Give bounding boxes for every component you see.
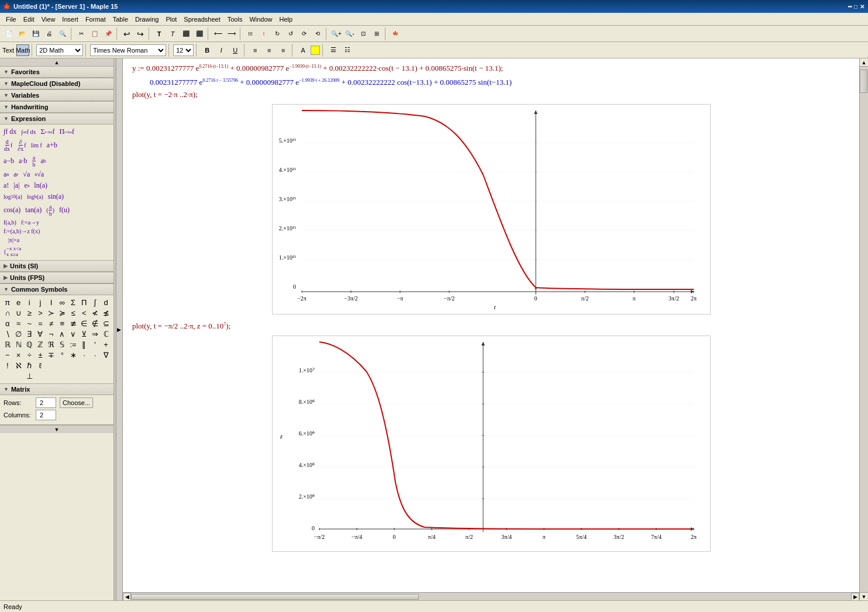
sym-succeq[interactable]: ≽ [57,308,68,318]
expression-header[interactable]: Expression [0,113,113,125]
sym-times[interactable]: × [13,350,24,360]
sym-i[interactable]: i [24,298,35,307]
underline-btn[interactable]: U [229,44,242,56]
arrow-left-btn[interactable]: ⟵ [212,27,225,40]
sym-Pi[interactable]: Π [79,298,89,307]
menu-table[interactable]: Table [109,15,132,24]
sym-Q[interactable]: ℚ [24,340,35,350]
sym-hbar[interactable]: ℏ [24,361,35,371]
expr-def-integral[interactable]: ∫abf dx [21,129,36,135]
sym-e[interactable]: e [13,298,24,307]
expr-power[interactable]: ab [40,157,46,165]
size-select[interactable]: 12 10 14 16 [173,44,194,56]
redo-btn[interactable]: ↪ [134,27,147,40]
v-scroll-down[interactable]: ▼ [860,592,869,600]
expr-assign[interactable]: f:=a→y [21,219,39,226]
sym-prime[interactable]: ' [90,340,101,350]
sym-inf[interactable]: ∞ [57,298,68,307]
text-btn[interactable]: T [153,27,166,40]
expr-func-u[interactable]: f(u) [59,206,70,215]
menu-drawing[interactable]: Drawing [132,15,162,24]
maximize-btn[interactable]: □ [854,4,857,10]
sym-norm[interactable]: ‖ [79,340,89,350]
scroll-right-btn[interactable]: ▶ [851,593,859,601]
align-left-btn[interactable]: ⬛ [180,27,192,40]
favorites-header[interactable]: Favorites [0,67,113,78]
sym-I[interactable]: I [46,298,57,307]
maplecloud-header[interactable]: MapleCloud (Disabled) [0,78,113,89]
expr-logb[interactable]: logb(a) [27,193,43,200]
sym-nequiv[interactable]: ≢ [68,319,78,329]
menu-edit[interactable]: Edit [20,15,38,24]
save-btn[interactable]: 💾 [29,27,42,40]
matrix-header[interactable]: Matrix [0,384,113,395]
expr-nthroot[interactable]: n√a [35,170,44,179]
h-scroll-track[interactable] [131,594,851,600]
sym-implies[interactable]: ⇒ [90,329,101,339]
sym-plus[interactable]: + [101,340,111,350]
sym-or[interactable]: ∨ [68,329,78,339]
expr-abs[interactable]: |a| [13,181,19,190]
sym-degree[interactable]: ° [57,350,68,360]
sym-dot[interactable]: · [90,350,101,360]
sym-perp[interactable]: ⊥ [24,371,35,381]
bullet-list-btn[interactable]: ☰ [327,44,340,56]
sym-C[interactable]: ℂ [101,329,111,339]
expr-piecewise[interactable]: {−x x<ax x≥a [4,246,21,257]
h-scrollbar[interactable]: ◀ ▶ [123,592,859,600]
maple-input-2[interactable]: plot(y, t = −2·π ..2·π); [132,90,850,99]
handwriting-header[interactable]: Handwriting [0,102,113,113]
sym-geq[interactable]: ≥ [24,308,35,318]
exec5-btn[interactable]: ⟲ [311,27,324,40]
graph-2-container[interactable]: z 0 2.×10⁶ 4.×10⁶ 6.×10⁶ [132,336,850,552]
menu-insert[interactable]: Insert [58,15,82,24]
sym-forall[interactable]: ∀ [35,329,46,339]
text2-btn[interactable]: T [166,27,179,40]
menu-plot[interactable]: Plot [162,15,180,24]
expr-partial[interactable]: ∂∂xf [17,139,26,152]
expr-cos[interactable]: cos(a) [4,206,20,215]
sym-integral[interactable]: ∫ [90,298,101,307]
menu-window[interactable]: Window [246,15,275,24]
bold-btn[interactable]: B [201,44,213,56]
sym-approx[interactable]: ≈ [13,319,24,329]
sym-gt[interactable]: > [35,308,46,318]
menu-format[interactable]: Format [82,15,109,24]
sym-pi[interactable]: π [2,298,13,307]
sym-subseteq[interactable]: ⊆ [101,319,111,329]
exec4-btn[interactable]: ⟳ [298,27,311,40]
sym-N[interactable]: ℕ [13,340,24,350]
expr-assign2[interactable]: f:=(a,b)→z f(x) [4,228,40,234]
sym-minusplus[interactable]: ∓ [46,350,57,360]
print-btn[interactable]: 🖨 [43,27,56,40]
scroll-up-btn[interactable]: ▲ [0,58,113,67]
copy-btn[interactable]: 📋 [88,27,101,40]
font-select[interactable]: Times New Roman Arial Courier New [90,44,166,56]
new-btn[interactable]: 📄 [2,27,15,40]
expr-tan[interactable]: tan(a) [25,206,42,215]
sym-in[interactable]: ∈ [79,319,89,329]
sym-excl[interactable]: ! [2,361,13,371]
sym-succ[interactable]: ≻ [46,308,57,318]
expr-sin[interactable]: sin(a) [48,192,64,201]
sym-and[interactable]: ∧ [57,329,68,339]
open-btn[interactable]: 📂 [16,27,29,40]
sym-assign[interactable]: := [68,340,78,350]
align-center-fmt[interactable]: ≡ [263,44,275,56]
sym-cdot[interactable]: · [79,350,89,360]
sym-aleph[interactable]: ℵ [13,361,24,371]
sym-exists[interactable]: ∃ [24,329,35,339]
sym-eq[interactable]: = [35,319,46,329]
sym-sigma[interactable]: Σ [68,298,78,307]
paste-btn[interactable]: 📌 [102,27,115,40]
units-si-header[interactable]: Units (SI) [0,261,113,272]
scroll-left-btn[interactable]: ◀ [123,593,131,601]
expr-matrix2[interactable]: (ab) [46,203,54,217]
cut-btn[interactable]: ✂ [75,27,88,40]
columns-input[interactable] [36,410,56,420]
zoom-reset-btn[interactable]: ⊞ [370,27,383,40]
close-btn[interactable]: ✕ [860,4,864,10]
sym-S[interactable]: 𝕊 [57,340,68,350]
expr-deriv[interactable]: ddxf [4,139,12,152]
sym-setminus[interactable]: ∖ [2,329,13,339]
